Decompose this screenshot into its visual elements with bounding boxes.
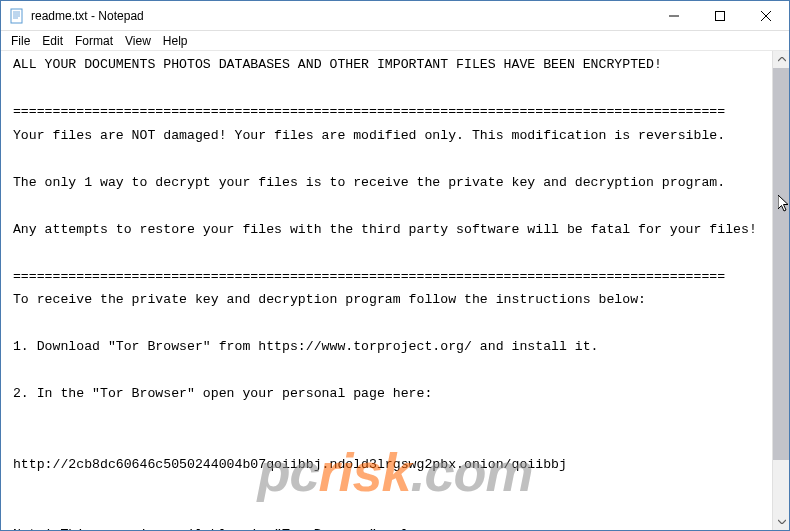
chevron-up-icon	[778, 57, 786, 62]
menu-format[interactable]: Format	[69, 32, 119, 50]
close-button[interactable]	[743, 1, 789, 30]
menu-help[interactable]: Help	[157, 32, 194, 50]
maximize-button[interactable]	[697, 1, 743, 30]
vertical-scrollbar[interactable]	[772, 51, 789, 530]
scroll-track[interactable]	[773, 68, 789, 513]
maximize-icon	[715, 11, 725, 21]
content-area: ALL YOUR DOCUMENTS PHOTOS DATABASES AND …	[1, 51, 789, 530]
notepad-icon	[9, 8, 25, 24]
scroll-up-button[interactable]	[773, 51, 789, 68]
menu-view[interactable]: View	[119, 32, 157, 50]
close-icon	[761, 11, 771, 21]
chevron-down-icon	[778, 519, 786, 524]
minimize-icon	[669, 11, 679, 21]
minimize-button[interactable]	[651, 1, 697, 30]
menu-edit[interactable]: Edit	[36, 32, 69, 50]
text-editor[interactable]: ALL YOUR DOCUMENTS PHOTOS DATABASES AND …	[1, 51, 772, 530]
window-controls	[651, 1, 789, 30]
scroll-thumb[interactable]	[773, 68, 789, 460]
notepad-window: readme.txt - Notepad File Edit Format Vi…	[0, 0, 790, 531]
titlebar[interactable]: readme.txt - Notepad	[1, 1, 789, 31]
svg-rect-6	[716, 11, 725, 20]
scroll-down-button[interactable]	[773, 513, 789, 530]
menubar: File Edit Format View Help	[1, 31, 789, 51]
window-title: readme.txt - Notepad	[31, 9, 651, 23]
menu-file[interactable]: File	[5, 32, 36, 50]
